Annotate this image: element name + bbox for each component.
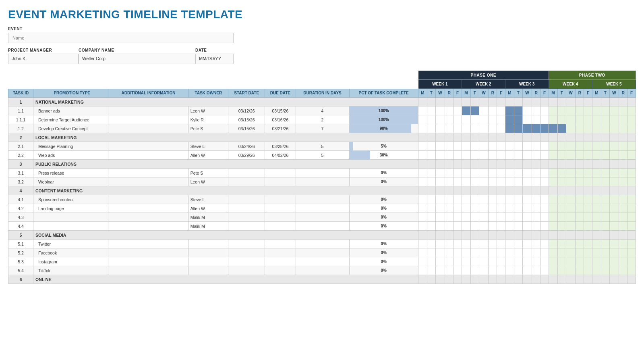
- table-row: 5SOCIAL MEDIA: [8, 231, 636, 240]
- gantt-day-cell: [505, 222, 514, 231]
- gantt-day-cell: [522, 142, 532, 151]
- event-name-box[interactable]: Name: [8, 33, 234, 43]
- gantt-day-cell: [584, 115, 592, 124]
- task-owner: Steve L: [188, 195, 228, 204]
- gantt-day-cell: [619, 115, 627, 124]
- gantt-day-cell: [592, 213, 601, 222]
- gantt-day-cell: [619, 240, 627, 248]
- w5-tue: T: [601, 89, 610, 98]
- gantt-cell: [592, 133, 601, 142]
- table-row: 2.2Web adsAllen W03/29/2604/02/26530%: [8, 151, 636, 160]
- col-pct: PCT OF TASK COMPLETE: [349, 89, 418, 98]
- gantt-day-cell: [627, 124, 636, 133]
- pm-value[interactable]: John K.: [8, 54, 79, 64]
- due-date: [265, 248, 296, 257]
- gantt-day-cell: [479, 124, 489, 133]
- task-owner: [188, 240, 228, 248]
- gantt-day-cell: [532, 169, 540, 177]
- gantt-day-cell: [532, 204, 540, 213]
- pct-text: 0%: [351, 259, 416, 264]
- gantt-cell: [609, 98, 619, 106]
- gantt-cell: [619, 133, 627, 142]
- gantt-cell: [592, 186, 601, 195]
- gantt-day-cell: [479, 213, 489, 222]
- promo-type: TikTok: [33, 266, 108, 275]
- gantt-day-cell: [540, 106, 549, 115]
- gantt-day-cell: [549, 222, 557, 231]
- pct-complete: 100%: [349, 106, 418, 115]
- gantt-day-cell: [566, 151, 576, 160]
- gantt-day-cell: [558, 124, 566, 133]
- gantt-day-cell: [532, 257, 540, 266]
- gantt-day-cell: [619, 124, 627, 133]
- start-date: [228, 257, 265, 266]
- gantt-day-cell: [489, 106, 497, 115]
- gantt-day-cell: [627, 169, 636, 177]
- company-label: COMPANY NAME: [79, 48, 195, 52]
- start-date: 03/24/26: [228, 142, 265, 151]
- duration: [296, 222, 349, 231]
- start-date: [228, 240, 265, 248]
- add-info: [108, 195, 188, 204]
- gantt-day-cell: [514, 195, 523, 204]
- gantt-cell: [584, 231, 592, 240]
- gantt-day-cell: [609, 248, 619, 257]
- pct-complete: 0%: [349, 222, 418, 231]
- gantt-day-cell: [505, 169, 514, 177]
- gantt-day-cell: [522, 195, 532, 204]
- w3-fri: F: [540, 89, 549, 98]
- gantt-cell: [549, 133, 557, 142]
- company-value[interactable]: Weller Corp.: [79, 54, 195, 64]
- gantt-day-cell: [522, 257, 532, 266]
- col-task-id: TASK ID: [8, 89, 33, 98]
- gantt-day-cell: [453, 222, 462, 231]
- gantt-day-cell: [471, 195, 479, 204]
- promo-type: [33, 222, 108, 231]
- gantt-cell: [514, 275, 523, 284]
- gantt-day-cell: [549, 106, 557, 115]
- task-id: 3.1: [8, 169, 33, 177]
- duration: 5: [296, 142, 349, 151]
- gantt-day-cell: [462, 142, 470, 151]
- gantt-day-cell: [453, 115, 462, 124]
- task-id: 5.4: [8, 266, 33, 275]
- promo-type: Webinar: [33, 177, 108, 186]
- gantt-day-cell: [532, 142, 540, 151]
- start-date: [228, 266, 265, 275]
- gantt-day-cell: [609, 106, 619, 115]
- gantt-cell: [522, 98, 532, 106]
- gantt-cell: [522, 231, 532, 240]
- gantt-cell: [445, 160, 453, 169]
- gantt-day-cell: [418, 213, 427, 222]
- gantt-day-cell: [471, 106, 479, 115]
- gantt-day-cell: [445, 142, 453, 151]
- gantt-cell: [418, 231, 427, 240]
- date-value[interactable]: MM/DD/YY: [195, 54, 234, 64]
- w5-fri: F: [627, 89, 636, 98]
- gantt-cell: [489, 186, 497, 195]
- gantt-day-cell: [576, 151, 584, 160]
- gantt-day-cell: [584, 106, 592, 115]
- pct-text: 0%: [351, 215, 416, 219]
- table-row: 5.3Instagram0%: [8, 257, 636, 266]
- gantt-day-cell: [592, 222, 601, 231]
- gantt-day-cell: [445, 240, 453, 248]
- gantt-day-cell: [435, 106, 445, 115]
- gantt-day-cell: [445, 266, 453, 275]
- gantt-day-cell: [445, 169, 453, 177]
- gantt-day-cell: [609, 240, 619, 248]
- timeline-table: PHASE ONE PHASE TWO WEEK 1 WEEK 2 WEEK 3…: [8, 71, 636, 284]
- w2-fri: F: [497, 89, 505, 98]
- gantt-day-cell: [418, 177, 427, 186]
- gantt-day-cell: [514, 240, 523, 248]
- start-date: [228, 213, 265, 222]
- gantt-day-cell: [540, 222, 549, 231]
- gantt-day-cell: [558, 222, 566, 231]
- task-id: 1.2: [8, 124, 33, 133]
- gantt-day-cell: [576, 222, 584, 231]
- task-id: 5.2: [8, 248, 33, 257]
- gantt-day-cell: [522, 213, 532, 222]
- gantt-day-cell: [479, 204, 489, 213]
- gantt-day-cell: [592, 177, 601, 186]
- gantt-day-cell: [471, 257, 479, 266]
